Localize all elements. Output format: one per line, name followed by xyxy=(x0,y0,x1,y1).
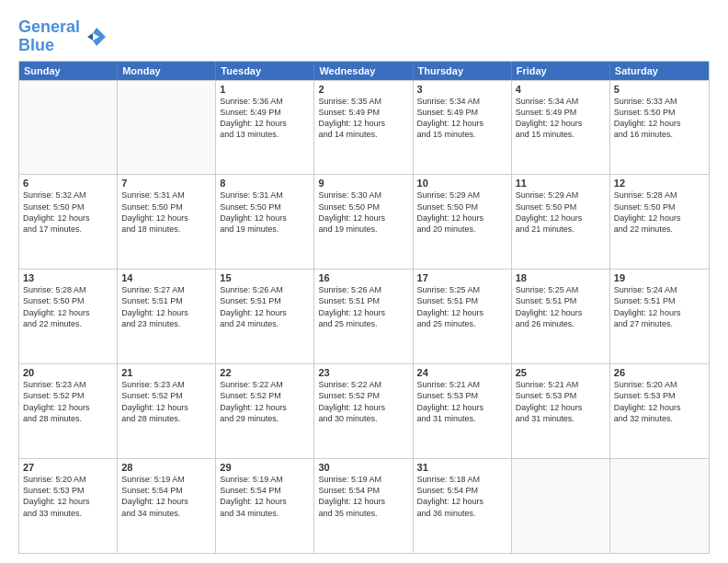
cell-line: and 33 minutes. xyxy=(23,508,113,519)
cell-line: Daylight: 12 hours xyxy=(318,496,408,507)
cell-line: Daylight: 12 hours xyxy=(516,307,606,318)
cell-line: and 34 minutes. xyxy=(121,508,211,519)
cell-line: Sunset: 5:52 PM xyxy=(318,390,408,401)
day-number: 30 xyxy=(318,462,408,473)
cal-cell: 16Sunrise: 5:26 AMSunset: 5:51 PMDayligh… xyxy=(314,270,413,363)
cell-line: Daylight: 12 hours xyxy=(318,118,408,129)
cell-line: and 36 minutes. xyxy=(417,508,507,519)
cell-line: Sunrise: 5:31 AM xyxy=(220,190,310,201)
cell-line: Sunrise: 5:23 AM xyxy=(121,379,211,390)
logo-general: General xyxy=(18,17,80,36)
cell-line: and 14 minutes. xyxy=(318,129,408,140)
logo-icon xyxy=(84,24,109,50)
cell-line: and 20 minutes. xyxy=(417,224,507,235)
cell-line: Sunrise: 5:18 AM xyxy=(417,474,507,485)
cal-cell: 28Sunrise: 5:19 AMSunset: 5:54 PMDayligh… xyxy=(118,459,216,553)
day-number: 18 xyxy=(516,272,606,283)
cell-line: and 27 minutes. xyxy=(614,318,705,329)
cal-cell: 5Sunrise: 5:33 AMSunset: 5:50 PMDaylight… xyxy=(610,81,709,175)
logo-text-block: General Blue xyxy=(18,18,109,55)
cal-cell: 22Sunrise: 5:22 AMSunset: 5:52 PMDayligh… xyxy=(216,364,314,458)
cal-cell: 11Sunrise: 5:29 AMSunset: 5:50 PMDayligh… xyxy=(512,175,610,269)
cell-line: Daylight: 12 hours xyxy=(614,213,705,224)
cal-cell: 20Sunrise: 5:23 AMSunset: 5:52 PMDayligh… xyxy=(19,364,118,458)
cell-line: and 24 minutes. xyxy=(220,318,310,329)
cell-line: Sunset: 5:51 PM xyxy=(220,295,310,306)
cell-line: Sunset: 5:52 PM xyxy=(121,390,211,401)
cell-line: Sunrise: 5:28 AM xyxy=(23,284,113,295)
logo-name: General Blue xyxy=(18,18,80,55)
cal-cell: 8Sunrise: 5:31 AMSunset: 5:50 PMDaylight… xyxy=(216,175,314,269)
cal-cell: 29Sunrise: 5:19 AMSunset: 5:54 PMDayligh… xyxy=(216,459,314,553)
cal-cell: 4Sunrise: 5:34 AMSunset: 5:49 PMDaylight… xyxy=(512,81,610,175)
cell-line: and 15 minutes. xyxy=(516,129,606,140)
cell-line: Daylight: 12 hours xyxy=(220,402,310,413)
cal-cell xyxy=(19,81,118,175)
cell-line: Sunrise: 5:28 AM xyxy=(614,190,705,201)
calendar-body: 1Sunrise: 5:36 AMSunset: 5:49 PMDaylight… xyxy=(19,80,709,553)
cal-header-monday: Monday xyxy=(118,62,216,80)
cell-line: Daylight: 12 hours xyxy=(516,402,606,413)
cell-line: and 18 minutes. xyxy=(121,224,211,235)
cal-week-3: 13Sunrise: 5:28 AMSunset: 5:50 PMDayligh… xyxy=(19,269,709,363)
cell-line: Daylight: 12 hours xyxy=(220,307,310,318)
cal-cell: 10Sunrise: 5:29 AMSunset: 5:50 PMDayligh… xyxy=(414,175,512,269)
day-number: 17 xyxy=(417,272,507,283)
cal-cell xyxy=(512,459,610,553)
cell-line: Sunset: 5:51 PM xyxy=(318,295,408,306)
cell-line: Sunset: 5:50 PM xyxy=(417,201,507,213)
cal-week-5: 27Sunrise: 5:20 AMSunset: 5:53 PMDayligh… xyxy=(19,458,709,553)
cal-cell: 2Sunrise: 5:35 AMSunset: 5:49 PMDaylight… xyxy=(314,81,413,175)
cell-line: and 19 minutes. xyxy=(318,224,408,235)
cell-line: Sunrise: 5:22 AM xyxy=(220,379,310,390)
day-number: 9 xyxy=(318,178,408,189)
cal-header-saturday: Saturday xyxy=(610,62,709,80)
calendar: SundayMondayTuesdayWednesdayThursdayFrid… xyxy=(18,61,710,554)
cal-cell: 12Sunrise: 5:28 AMSunset: 5:50 PMDayligh… xyxy=(610,175,709,269)
cell-line: Sunrise: 5:25 AM xyxy=(417,284,507,295)
day-number: 4 xyxy=(516,84,606,95)
cal-cell: 25Sunrise: 5:21 AMSunset: 5:53 PMDayligh… xyxy=(512,364,610,458)
cell-line: Daylight: 12 hours xyxy=(23,496,113,507)
day-number: 6 xyxy=(23,178,113,189)
cal-cell: 21Sunrise: 5:23 AMSunset: 5:52 PMDayligh… xyxy=(118,364,216,458)
cal-cell: 1Sunrise: 5:36 AMSunset: 5:49 PMDaylight… xyxy=(216,81,314,175)
cell-line: and 22 minutes. xyxy=(614,224,705,235)
cell-line: Sunset: 5:51 PM xyxy=(614,295,705,306)
cell-line: Daylight: 12 hours xyxy=(417,118,507,129)
cell-line: Daylight: 12 hours xyxy=(516,213,606,224)
cal-cell: 23Sunrise: 5:22 AMSunset: 5:52 PMDayligh… xyxy=(314,364,413,458)
cell-line: Daylight: 12 hours xyxy=(121,213,211,224)
cal-header-friday: Friday xyxy=(512,62,610,80)
cal-cell: 30Sunrise: 5:19 AMSunset: 5:54 PMDayligh… xyxy=(314,459,413,553)
cell-line: Sunrise: 5:27 AM xyxy=(121,284,211,295)
cell-line: Sunrise: 5:31 AM xyxy=(121,190,211,201)
cell-line: Daylight: 12 hours xyxy=(614,118,705,129)
cell-line: Sunrise: 5:29 AM xyxy=(516,190,606,201)
cell-line: Sunset: 5:51 PM xyxy=(121,295,211,306)
cell-line: and 29 minutes. xyxy=(220,413,310,424)
cell-line: Sunrise: 5:35 AM xyxy=(318,96,408,107)
cell-line: Daylight: 12 hours xyxy=(318,213,408,224)
cell-line: Sunrise: 5:23 AM xyxy=(23,379,113,390)
day-number: 27 xyxy=(23,462,113,473)
day-number: 10 xyxy=(417,178,507,189)
cell-line: Sunrise: 5:29 AM xyxy=(417,190,507,201)
cell-line: Sunrise: 5:30 AM xyxy=(318,190,408,201)
cell-line: Daylight: 12 hours xyxy=(417,213,507,224)
day-number: 12 xyxy=(614,178,705,189)
day-number: 19 xyxy=(614,272,705,283)
cell-line: and 31 minutes. xyxy=(516,413,606,424)
cal-cell: 24Sunrise: 5:21 AMSunset: 5:53 PMDayligh… xyxy=(414,364,512,458)
cell-line: Sunset: 5:54 PM xyxy=(318,485,408,496)
cell-line: and 13 minutes. xyxy=(220,129,310,140)
cal-header-wednesday: Wednesday xyxy=(314,62,413,80)
cell-line: Sunrise: 5:22 AM xyxy=(318,379,408,390)
day-number: 28 xyxy=(121,462,211,473)
cell-line: and 21 minutes. xyxy=(516,224,606,235)
cal-week-2: 6Sunrise: 5:32 AMSunset: 5:50 PMDaylight… xyxy=(19,174,709,269)
cell-line: Sunset: 5:52 PM xyxy=(23,390,113,401)
day-number: 26 xyxy=(614,367,705,378)
cell-line: Daylight: 12 hours xyxy=(23,402,113,413)
cell-line: Sunset: 5:51 PM xyxy=(417,295,507,306)
